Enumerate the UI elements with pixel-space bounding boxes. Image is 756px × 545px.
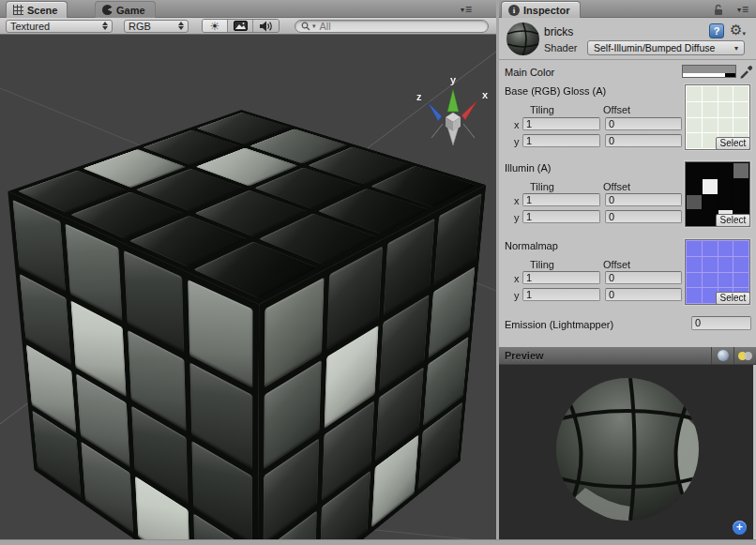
shading-mode-dropdown[interactable]: Textured [6,20,113,33]
lighting-toggle-button[interactable]: ☀ [203,20,228,32]
sun-icon: ☀ [210,21,220,32]
textured-cube-object[interactable] [120,144,353,539]
scene-panel: Scene Game ▾≡ Textured RGB ☀ [0,0,496,539]
tab-game[interactable]: Game [95,1,156,18]
dropdown-arrows-icon [102,22,108,30]
game-icon [102,5,113,15]
main-color-label: Main Color [505,67,554,78]
x-row-label: x [514,195,520,206]
main-color-alpha-bar [683,73,735,77]
emission-field[interactable]: 0 [691,316,751,330]
x-row-label: x [514,273,520,284]
audio-toggle-button[interactable] [253,20,279,32]
illumin-tiling-y-field[interactable]: 1 [522,210,600,223]
gizmo-x-label: x [482,89,489,100]
lights-icon [738,352,752,360]
scene-search-input[interactable]: ▾ All [295,20,489,33]
main-color-value-area [683,66,735,73]
tab-scene[interactable]: Scene [6,1,68,18]
illumin-select-button[interactable]: Select [716,214,750,227]
gizmo-z-label: z [416,91,422,102]
shader-label: Shader [544,42,577,53]
preview-lighting-button[interactable] [733,347,756,364]
lock-icon[interactable] [713,4,724,16]
normal-offset-y-field[interactable]: 0 [605,288,682,301]
base-tiling-x-field[interactable]: 1 [522,117,600,130]
scene-toolbar: Textured RGB ☀ [0,18,496,35]
normalmap-label: Normalmap [505,240,558,251]
material-name: bricks [544,25,573,38]
info-icon: i [508,5,520,16]
search-placeholder: All [320,21,331,32]
gizmo-x-axis-cone[interactable] [461,100,477,120]
preview-sphere-mode-button[interactable] [711,347,733,364]
inspector-tab-label: Inspector [523,5,570,16]
x-row-label: x [514,119,520,130]
scene-tabstrip: Scene Game ▾≡ [0,0,496,18]
y-row-label: y [514,212,520,223]
preview-header[interactable]: Preview [499,347,756,365]
main-color-swatch[interactable] [682,65,736,78]
scene-grid-icon [13,5,23,15]
search-filter-caret-icon: ▾ [312,23,316,30]
offset-header: Offset [603,259,630,270]
inspector-pane-menu-icon[interactable]: ▾≡ [737,5,748,14]
skybox-toggle-button[interactable] [228,20,253,32]
base-map-label: Base (RGB) Gloss (A) [505,85,606,97]
render-channels-value: RGB [129,21,151,32]
tiling-header: Tiling [530,181,554,192]
material-preview-sphere [499,365,753,539]
shader-value: Self-Illumin/Bumped Diffuse [594,42,715,53]
y-row-label: y [514,290,520,301]
base-tiling-y-field[interactable]: 1 [522,134,600,147]
image-icon [234,21,248,31]
search-icon [301,22,310,31]
gizmo-z-axis-cone[interactable] [428,102,442,121]
base-offset-x-field[interactable]: 0 [605,117,682,130]
gear-icon: ⚙ [730,23,742,38]
material-sphere-thumbnail[interactable] [506,22,540,56]
gizmo-y-axis-cone[interactable] [447,89,459,112]
inspector-tabstrip: i Inspector ▾≡ [499,0,756,18]
sphere-icon [718,350,729,361]
gizmo-neg-z-cone[interactable] [463,124,475,138]
offset-header: Offset [603,181,630,192]
gizmo-y-label: y [450,74,457,85]
base-select-button[interactable]: Select [716,137,750,150]
gear-menu-button[interactable]: ⚙ ▾ [730,23,746,38]
shader-dropdown[interactable]: Self-Illumin/Bumped Diffuse ▾ [587,40,745,55]
preview-body[interactable]: + [499,365,753,539]
illumin-offset-x-field[interactable]: 0 [605,193,682,206]
illumin-map-label: Illumin (A) [505,162,552,174]
unity-editor-window: Scene Game ▾≡ Textured RGB ☀ [0,0,756,545]
dropdown-arrows-icon [178,22,184,30]
normal-tiling-y-field[interactable]: 1 [522,288,600,301]
y-row-label: y [514,136,520,147]
scene-view-toggles: ☀ [202,19,280,33]
normalmap-select-button[interactable]: Select [716,292,750,305]
tiling-header: Tiling [530,104,554,115]
preview-title: Preview [499,350,711,361]
eyedropper-icon[interactable] [739,64,753,79]
illumin-tiling-x-field[interactable]: 1 [522,193,600,206]
add-button[interactable]: + [733,521,747,535]
shading-mode-value: Textured [10,21,50,32]
scene-tab-label: Scene [27,5,57,16]
tab-inspector[interactable]: i Inspector [501,1,581,18]
render-channels-dropdown[interactable]: RGB [124,20,189,33]
game-tab-label: Game [116,5,145,16]
orientation-gizmo[interactable]: y x z [411,74,493,149]
emission-label: Emission (Lightmapper) [505,319,613,330]
material-header: bricks Shader Self-Illumin/Bumped Diffus… [499,18,756,60]
illumin-offset-y-field[interactable]: 0 [605,210,682,223]
scene-pane-menu-icon[interactable]: ▾≡ [461,5,472,14]
help-icon[interactable]: ? [709,23,724,38]
chevron-down-icon: ▾ [734,44,738,53]
window-bottom-border [0,539,756,545]
normal-offset-x-field[interactable]: 0 [605,271,682,284]
scene-viewport[interactable]: y x z [0,35,496,539]
gizmo-neg-x-cone[interactable] [431,124,443,138]
normal-tiling-x-field[interactable]: 1 [522,271,600,284]
offset-header: Offset [603,104,630,115]
base-offset-y-field[interactable]: 0 [605,134,682,147]
